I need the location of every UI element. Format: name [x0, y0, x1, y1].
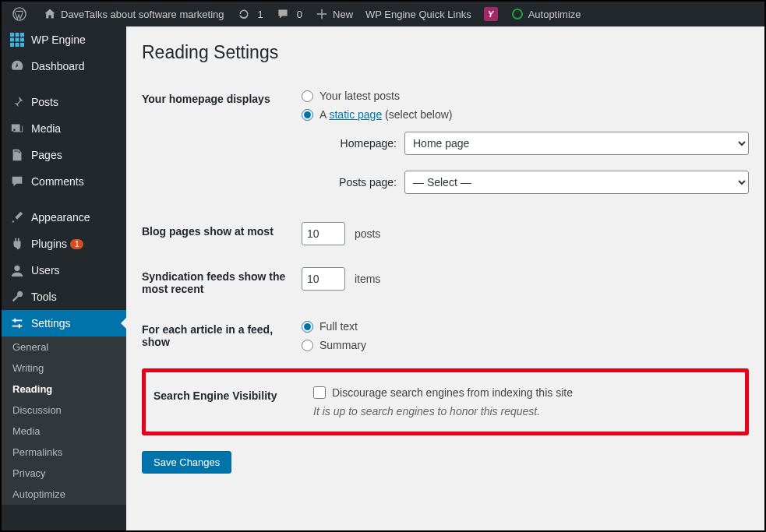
sidebar-item-label: Dashboard	[31, 60, 85, 72]
admin-sidebar: WP Engine Dashboard Posts Media Pages Co…	[2, 26, 126, 530]
sidebar-item-label: Comments	[31, 175, 84, 188]
sidebar-item-media[interactable]: Media	[2, 115, 126, 142]
yoast-menu[interactable]: Y	[478, 2, 504, 26]
sidebar-item-label: Plugins	[31, 238, 67, 250]
svg-rect-5	[16, 38, 19, 42]
svg-rect-3	[20, 33, 24, 37]
updates-menu[interactable]: 1	[231, 2, 270, 26]
sidebar-item-pages[interactable]: Pages	[2, 142, 126, 168]
blog-pages-input[interactable]	[302, 222, 345, 245]
sidebar-item-label: Settings	[31, 317, 71, 329]
radio-full-text-label: Full text	[319, 320, 358, 333]
sidebar-item-label: Media	[31, 122, 61, 135]
syndication-label: Syndication feeds show the most recent	[142, 256, 302, 309]
feed-article-label: For each article in a feed, show	[142, 309, 302, 368]
autoptimize-menu[interactable]: Autoptimize	[504, 2, 588, 26]
wpengine-quicklinks-label: WP Engine Quick Links	[365, 9, 471, 20]
submenu-item-permalinks[interactable]: Permalinks	[2, 442, 126, 463]
sidebar-item-plugins[interactable]: Plugins 1	[2, 231, 126, 257]
svg-rect-6	[20, 38, 24, 42]
plus-icon	[315, 9, 329, 19]
svg-rect-1	[10, 33, 14, 37]
wrench-icon	[9, 290, 25, 304]
sidebar-item-label: Posts	[31, 96, 58, 108]
blog-pages-label: Blog pages show at most	[142, 211, 302, 256]
page-icon	[9, 148, 25, 162]
svg-rect-9	[20, 43, 24, 47]
sidebar-item-users[interactable]: Users	[2, 257, 126, 284]
homepage-displays-label: Your homepage displays	[142, 79, 302, 211]
sidebar-item-dashboard[interactable]: Dashboard	[2, 53, 126, 79]
submenu-item-media[interactable]: Media	[2, 421, 126, 442]
submenu-item-general[interactable]: General	[2, 336, 126, 358]
sidebar-item-label: Users	[31, 264, 60, 277]
new-label: New	[333, 9, 353, 20]
page-title: Reading Settings	[142, 42, 749, 63]
svg-rect-2	[16, 33, 19, 37]
settings-form-table: Your homepage displays Your latest posts…	[142, 79, 749, 368]
comment-icon	[276, 8, 290, 20]
admin-bar: DaveTalks about software marketing 1 0 N…	[2, 2, 764, 26]
sev-checkbox-label: Discourage search engines from indexing …	[332, 386, 573, 399]
homepage-select[interactable]: Home page	[404, 132, 749, 155]
svg-point-11	[14, 266, 19, 271]
sidebar-item-settings[interactable]: Settings	[2, 310, 126, 336]
search-engine-visibility-highlight: Search Engine Visibility Discourage sear…	[142, 368, 749, 435]
sliders-icon	[9, 316, 25, 330]
submenu-item-writing[interactable]: Writing	[2, 358, 126, 379]
syndication-input[interactable]	[302, 267, 345, 291]
sidebar-item-tools[interactable]: Tools	[2, 284, 126, 310]
wordpress-logo-icon	[12, 7, 26, 21]
sidebar-item-label: Appearance	[31, 211, 90, 224]
posts-page-select[interactable]: — Select —	[404, 171, 749, 194]
svg-rect-4	[10, 38, 14, 42]
submenu-item-autoptimize[interactable]: Autoptimize	[2, 484, 126, 505]
radio-static-page[interactable]	[302, 109, 313, 121]
site-name-menu[interactable]: DaveTalks about software marketing	[37, 2, 231, 26]
sidebar-item-label: WP Engine	[31, 33, 86, 46]
sidebar-item-appearance[interactable]: Appearance	[2, 204, 126, 231]
wp-logo-menu[interactable]	[6, 2, 37, 26]
radio-full-text[interactable]	[302, 321, 313, 333]
sev-label: Search Engine Visibility	[154, 375, 313, 428]
static-page-link[interactable]: static page	[329, 108, 382, 121]
radio-summary[interactable]	[302, 340, 313, 351]
radio-summary-label: Summary	[319, 339, 366, 351]
updates-count: 1	[258, 9, 263, 20]
sev-description: It is up to search engines to honor this…	[313, 405, 737, 417]
sidebar-item-wpengine[interactable]: WP Engine	[2, 26, 126, 53]
plugin-update-badge: 1	[70, 239, 84, 249]
radio-latest-posts-label: Your latest posts	[319, 90, 400, 102]
dashboard-icon	[9, 59, 25, 73]
site-name-label: DaveTalks about software marketing	[61, 9, 224, 20]
new-content-menu[interactable]: New	[309, 2, 359, 26]
sidebar-item-label: Tools	[31, 291, 57, 303]
submenu-item-discussion[interactable]: Discussion	[2, 400, 126, 421]
radio-static-page-label: A static page (select below)	[319, 108, 452, 121]
svg-point-10	[13, 129, 16, 131]
radio-latest-posts[interactable]	[302, 90, 313, 102]
comments-icon	[9, 174, 25, 188]
save-changes-button[interactable]: Save Changes	[142, 451, 231, 474]
home-icon	[43, 8, 57, 20]
submenu-item-privacy[interactable]: Privacy	[2, 463, 126, 484]
svg-rect-7	[10, 43, 14, 47]
comments-menu[interactable]: 0	[270, 2, 309, 26]
sev-checkbox[interactable]	[313, 386, 326, 399]
settings-submenu: General Writing Reading Discussion Media…	[2, 336, 126, 505]
media-icon	[9, 122, 25, 136]
posts-page-select-label: Posts page:	[325, 176, 397, 188]
plugin-icon	[9, 237, 25, 251]
pin-icon	[9, 95, 25, 109]
wpengine-quicklinks-menu[interactable]: WP Engine Quick Links	[359, 2, 478, 26]
wpengine-icon	[9, 33, 25, 47]
svg-rect-8	[16, 43, 19, 47]
sidebar-item-posts[interactable]: Posts	[2, 89, 126, 115]
syndication-unit: items	[355, 273, 380, 285]
comments-count: 0	[297, 9, 302, 20]
refresh-icon	[237, 8, 251, 20]
submenu-item-reading[interactable]: Reading	[2, 379, 126, 400]
autoptimize-status-icon	[510, 9, 524, 19]
sidebar-item-label: Pages	[31, 149, 62, 161]
sidebar-item-comments[interactable]: Comments	[2, 168, 126, 195]
